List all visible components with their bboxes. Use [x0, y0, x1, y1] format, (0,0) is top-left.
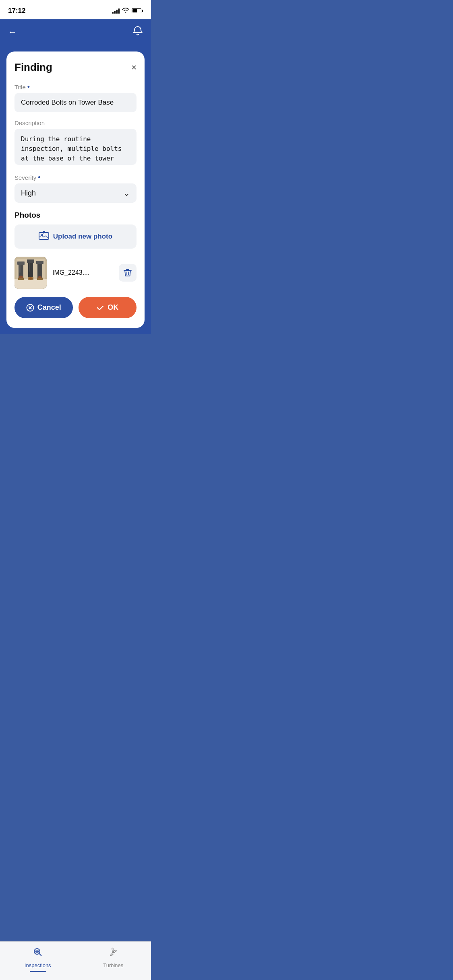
notification-bell-icon[interactable] [132, 26, 143, 39]
cancel-label: Cancel [37, 303, 61, 312]
title-label: Title • [14, 83, 137, 91]
wifi-icon [122, 8, 129, 14]
svg-point-15 [29, 277, 33, 280]
photo-filename: IMG_2243.... [52, 269, 113, 276]
ok-label: OK [108, 303, 118, 312]
finding-modal: Finding × Title • Description During the… [6, 51, 145, 328]
main-background: Finding × Title • Description During the… [0, 45, 151, 334]
image-upload-icon [39, 231, 49, 242]
status-icons [112, 8, 143, 14]
action-buttons: Cancel OK [14, 297, 137, 318]
description-label: Description [14, 119, 137, 126]
svg-rect-12 [36, 261, 43, 264]
svg-rect-17 [19, 265, 21, 273]
svg-rect-6 [17, 261, 25, 265]
status-bar: 17:12 [0, 0, 151, 19]
photo-list-item: IMG_2243.... [14, 257, 137, 289]
description-input[interactable]: During the routine inspection, multiple … [14, 129, 137, 165]
severity-required-indicator: • [38, 174, 40, 181]
modal-title: Finding [14, 61, 52, 74]
title-required-indicator: • [27, 83, 30, 91]
battery-icon [132, 8, 143, 13]
svg-rect-8 [28, 261, 33, 278]
signal-icon [112, 8, 120, 14]
modal-header: Finding × [14, 61, 137, 74]
severity-label: Severity • [14, 174, 137, 181]
app-header: ← [0, 19, 151, 45]
close-button[interactable]: × [131, 62, 137, 73]
upload-photo-button[interactable]: Upload new photo [14, 224, 137, 249]
photo-thumbnail [14, 257, 47, 289]
cancel-button[interactable]: Cancel [14, 297, 73, 318]
back-button[interactable]: ← [8, 27, 17, 37]
svg-rect-18 [29, 263, 30, 272]
photos-label: Photos [14, 211, 137, 220]
title-input[interactable] [14, 93, 137, 112]
svg-point-14 [19, 276, 23, 278]
status-time: 17:12 [8, 7, 25, 15]
svg-rect-4 [14, 279, 47, 289]
svg-rect-9 [27, 259, 34, 263]
delete-photo-button[interactable] [119, 264, 137, 282]
severity-select[interactable]: Low Medium High Critical [14, 183, 137, 203]
upload-photo-label: Upload new photo [53, 233, 112, 241]
severity-select-wrapper: Low Medium High Critical ⌄ [14, 183, 137, 203]
ok-button[interactable]: OK [79, 297, 137, 318]
svg-point-16 [38, 276, 41, 278]
